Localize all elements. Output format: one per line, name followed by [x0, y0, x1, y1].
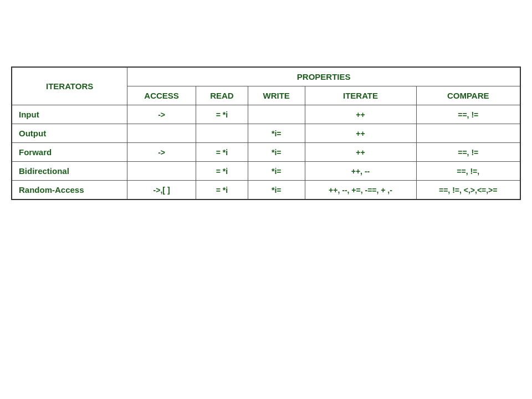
table-row: Bidirectional = *i *i= ++, -- ==, !=,: [12, 162, 520, 181]
row-random-access-write: *i=: [248, 181, 305, 200]
row-output-iterate: ++: [305, 124, 416, 143]
col-iterate: ITERATE: [305, 86, 416, 105]
properties-header: PROPERTIES: [127, 67, 520, 86]
col-access: ACCESS: [127, 86, 196, 105]
row-random-access-label: Random-Access: [12, 181, 127, 200]
row-forward-access: ->: [127, 143, 196, 162]
row-forward-label: Forward: [12, 143, 127, 162]
col-write: WRITE: [248, 86, 305, 105]
row-forward-compare: ==, !=: [416, 143, 520, 162]
row-output-read: [196, 124, 248, 143]
col-compare: COMPARE: [416, 86, 520, 105]
row-bidirectional-read: = *i: [196, 162, 248, 181]
row-bidirectional-write: *i=: [248, 162, 305, 181]
row-output-label: Output: [12, 124, 127, 143]
row-random-access-access: ->,[ ]: [127, 181, 196, 200]
row-input-write: [248, 105, 305, 124]
row-output-compare: [416, 124, 520, 143]
row-bidirectional-label: Bidirectional: [12, 162, 127, 181]
iterators-header: ITERATORS: [12, 67, 127, 105]
row-bidirectional-compare: ==, !=,: [416, 162, 520, 181]
table-row: Input -> = *i ++ ==, !=: [12, 105, 520, 124]
col-read: READ: [196, 86, 248, 105]
table-row: Random-Access ->,[ ] = *i *i= ++, --, +=…: [12, 181, 520, 200]
row-input-compare: ==, !=: [416, 105, 520, 124]
row-input-iterate: ++: [305, 105, 416, 124]
row-forward-read: = *i: [196, 143, 248, 162]
row-random-access-read: = *i: [196, 181, 248, 200]
row-output-write: *i=: [248, 124, 305, 143]
row-input-label: Input: [12, 105, 127, 124]
row-forward-iterate: ++: [305, 143, 416, 162]
row-forward-write: *i=: [248, 143, 305, 162]
table-row: Output *i= ++: [12, 124, 520, 143]
row-input-access: ->: [127, 105, 196, 124]
row-output-access: [127, 124, 196, 143]
row-random-access-compare: ==, !=, <,>,<=,>=: [416, 181, 520, 200]
iterators-table: ITERATORS PROPERTIES ACCESS READ WRITE I…: [11, 66, 521, 200]
row-random-access-iterate: ++, --, +=, -==, + ,-: [305, 181, 416, 200]
row-bidirectional-iterate: ++, --: [305, 162, 416, 181]
table-row: Forward -> = *i *i= ++ ==, !=: [12, 143, 520, 162]
row-input-read: = *i: [196, 105, 248, 124]
table-container: ITERATORS PROPERTIES ACCESS READ WRITE I…: [11, 66, 521, 200]
row-bidirectional-access: [127, 162, 196, 181]
